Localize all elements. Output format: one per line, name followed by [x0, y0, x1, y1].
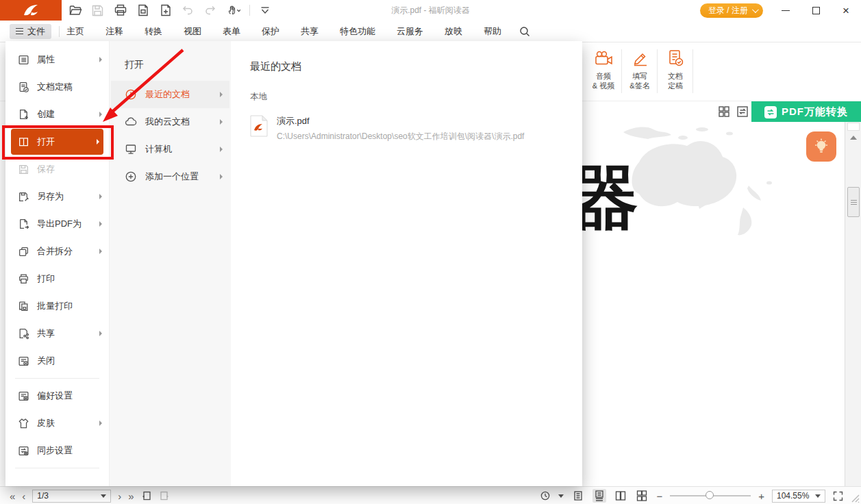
zoom-in-button[interactable]: +	[758, 491, 764, 501]
submenu-arrow-icon	[220, 174, 223, 179]
tab-grid-icon[interactable]	[718, 105, 730, 118]
redo-icon[interactable]	[204, 3, 218, 17]
page-number-dropdown[interactable]: 1/3	[32, 490, 111, 503]
tab-comment[interactable]: 注释	[105, 25, 123, 38]
file-name: 演示.pdf	[277, 115, 524, 127]
submenu-arrow-icon	[220, 92, 223, 97]
recent-documents-title: 最近的文档	[250, 60, 582, 73]
save-icon	[18, 164, 29, 175]
more-tools-icon[interactable]	[259, 3, 273, 17]
tab-help[interactable]: 帮助	[484, 25, 501, 38]
file-menu-item-close[interactable]: 关闭	[5, 347, 109, 375]
open-file-icon[interactable]	[68, 3, 82, 17]
tab-form[interactable]: 表单	[223, 25, 240, 38]
menu-item-label: 另存为	[37, 190, 92, 203]
fullscreen-button[interactable]	[833, 491, 843, 501]
file-menu-item-open[interactable]: 打开	[11, 129, 103, 155]
zoom-out-button[interactable]: −	[656, 491, 662, 501]
last-page-button[interactable]: »	[128, 491, 134, 501]
file-menu-button[interactable]: 文件	[10, 24, 51, 39]
pdf-convert-button[interactable]: PDF万能转换	[751, 101, 861, 123]
local-section-label: 本地	[250, 91, 582, 103]
file-menu-item-export-pdf[interactable]: 导出PDF为	[5, 210, 109, 238]
zoom-level-dropdown[interactable]: 104.55%	[772, 490, 825, 503]
save-icon[interactable]	[91, 3, 105, 17]
doc-finalize-button[interactable]: 文档定稿	[658, 48, 693, 90]
continuous-facing-view-button[interactable]	[635, 489, 649, 503]
recent-file-item[interactable]: 演示.pdf C:\Users\Administrator\Desktop\se…	[250, 115, 582, 142]
previous-view-button[interactable]	[141, 490, 152, 501]
tab-share[interactable]: 共享	[301, 25, 319, 38]
maximize-button[interactable]	[801, 0, 831, 21]
new-document-icon[interactable]	[159, 3, 173, 17]
scrollbar-thumb[interactable]	[847, 187, 860, 217]
scroll-up-arrow[interactable]	[850, 136, 857, 140]
previous-page-button[interactable]: ‹	[22, 491, 25, 501]
resize-grip[interactable]	[849, 492, 860, 503]
vertical-scrollbar[interactable]	[845, 122, 861, 486]
window-controls: ×	[771, 0, 861, 21]
batch-print-icon	[18, 301, 29, 312]
menu-item-label: 关闭	[37, 355, 102, 367]
print-icon	[18, 273, 29, 285]
tab-view[interactable]: 视图	[184, 25, 201, 38]
group-label: 文档	[668, 72, 683, 80]
tab-features[interactable]: 特色功能	[340, 25, 375, 38]
file-menu-item-skin[interactable]: 皮肤	[5, 410, 109, 437]
first-page-button[interactable]: «	[10, 491, 15, 501]
tab-slideshow[interactable]: 放映	[445, 25, 462, 38]
file-menu-item-properties[interactable]: 属性	[5, 46, 109, 73]
tips-lightbulb-button[interactable]	[806, 131, 836, 162]
file-menu-item-preferences[interactable]: 偏好设置	[5, 382, 109, 410]
lightbulb-icon	[812, 138, 830, 155]
tab-protect[interactable]: 保护	[262, 25, 279, 38]
file-menu-item-sync-settings[interactable]: 同步设置	[5, 437, 109, 464]
switch-tabs-icon[interactable]	[736, 105, 749, 118]
menu-item-label: 打印	[37, 273, 102, 285]
zoom-slider[interactable]	[670, 495, 751, 496]
hand-tool-icon[interactable]	[227, 3, 240, 17]
next-page-button[interactable]: ›	[118, 491, 121, 501]
file-menu-item-save-as[interactable]: 另存为	[5, 183, 109, 210]
file-menu-item-share[interactable]: 共享	[5, 320, 109, 347]
computer-icon	[125, 143, 137, 155]
tab-home[interactable]: 主页	[66, 25, 84, 38]
file-menu-item-doc-finalize[interactable]: 文档定稿	[5, 73, 109, 101]
menu-item-label: 属性	[37, 53, 92, 66]
menu-item-label: 导出PDF为	[37, 218, 92, 230]
create-icon	[18, 109, 29, 121]
ribbon-divider	[692, 49, 693, 93]
file-menu-label: 文件	[27, 25, 45, 38]
minimize-button[interactable]	[771, 0, 801, 21]
facing-view-button[interactable]	[614, 489, 627, 503]
foxit-logo	[0, 0, 62, 21]
tab-convert[interactable]: 转换	[145, 25, 162, 38]
open-item-computer[interactable]: 计算机	[111, 136, 229, 163]
single-page-view-button[interactable]	[571, 489, 585, 503]
open-item-add-place[interactable]: 添加一个位置	[111, 163, 229, 190]
file-menu-item-create[interactable]: 创建	[5, 101, 109, 128]
audio-video-button[interactable]: 音频& 视频	[586, 48, 621, 90]
rotate-dropdown-caret-icon[interactable]	[558, 494, 564, 498]
menu-item-label: 皮肤	[37, 417, 92, 429]
zoom-slider-knob[interactable]	[706, 491, 714, 499]
print-current-page-icon[interactable]	[136, 3, 150, 17]
close-doc-icon	[18, 355, 29, 367]
fill-sign-button[interactable]: 填写&签名	[622, 48, 658, 90]
file-menu-item-print[interactable]: 打印	[5, 265, 109, 292]
login-register-button[interactable]: 登录 / 注册	[700, 3, 763, 18]
undo-icon[interactable]	[182, 3, 195, 17]
menu-divider	[15, 468, 99, 468]
close-button[interactable]: ×	[831, 0, 861, 21]
search-icon[interactable]	[519, 26, 530, 37]
file-menu-item-batch-print[interactable]: 批量打印	[5, 292, 109, 320]
continuous-view-button[interactable]	[592, 489, 606, 503]
print-icon[interactable]	[114, 3, 127, 17]
open-item-recent-documents[interactable]: 最近的文档	[111, 81, 229, 108]
file-menu-item-merge-split[interactable]: 合并拆分	[5, 238, 109, 265]
rotate-view-button[interactable]	[540, 490, 551, 501]
open-item-cloud-documents[interactable]: 我的云文档	[111, 108, 229, 136]
tab-cloud[interactable]: 云服务	[397, 25, 423, 38]
share-icon	[18, 328, 29, 340]
next-view-button[interactable]	[159, 490, 170, 501]
